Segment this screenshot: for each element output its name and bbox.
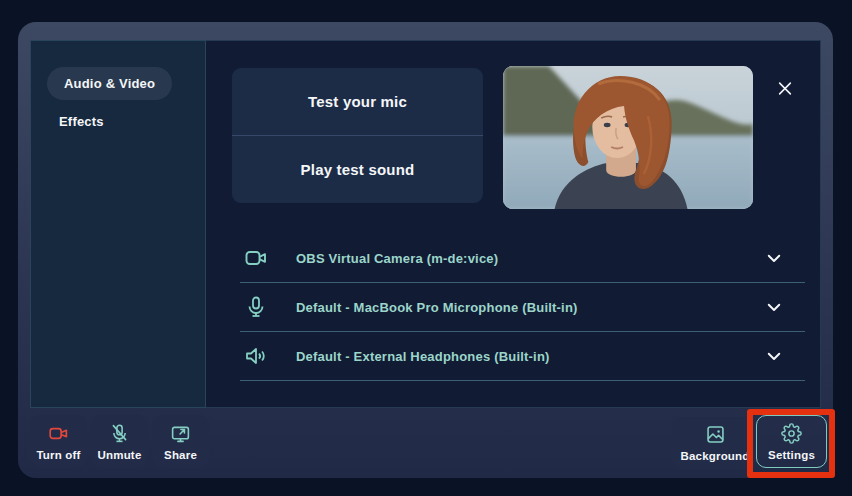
microphone-device-label: Default - MacBook Pro Microphone (Built-…: [296, 300, 765, 315]
microphone-icon: [244, 295, 268, 319]
speaker-icon: [244, 344, 268, 368]
close-x-glyph: [778, 80, 792, 97]
meeting-app-screen: { "settings_panel": { "sidebar": { "item…: [0, 0, 852, 496]
settings-sidebar: Audio & Video Effects: [30, 40, 206, 408]
background-button[interactable]: Background: [672, 417, 758, 469]
background-image-icon: [705, 424, 726, 445]
sidebar-item-effects[interactable]: Effects: [59, 114, 104, 129]
sidebar-item-audio-video[interactable]: Audio & Video: [47, 67, 172, 100]
app-window: Audio & Video Effects Test your mic Play…: [18, 22, 833, 478]
test-mic-button[interactable]: Test your mic: [232, 68, 483, 136]
background-label: Background: [680, 450, 749, 462]
device-list: OBS Virtual Camera (m-de:vice) Default -…: [240, 234, 805, 381]
camera-device-label: OBS Virtual Camera (m-de:vice): [296, 251, 765, 266]
mic-muted-icon: [109, 423, 130, 444]
camera-icon: [244, 246, 268, 270]
settings-button[interactable]: Settings: [756, 415, 827, 468]
gear-icon: [781, 423, 802, 444]
settings-main-panel: Test your mic Play test sound: [206, 40, 821, 408]
speaker-device-label: Default - External Headphones (Built-in): [296, 349, 765, 364]
settings-label: Settings: [768, 449, 815, 461]
speaker-device-select[interactable]: Default - External Headphones (Built-in): [240, 332, 805, 381]
chevron-down-icon: [765, 249, 783, 267]
unmute-label: Unmute: [97, 449, 141, 461]
share-label: Share: [164, 449, 197, 461]
turn-off-camera-button[interactable]: Turn off: [30, 415, 87, 468]
camera-preview: [503, 66, 753, 209]
share-screen-button[interactable]: Share: [152, 415, 209, 468]
chevron-down-icon: [765, 298, 783, 316]
chevron-down-icon: [765, 347, 783, 365]
microphone-device-select[interactable]: Default - MacBook Pro Microphone (Built-…: [240, 283, 805, 332]
play-test-sound-button[interactable]: Play test sound: [232, 136, 483, 203]
camera-device-select[interactable]: OBS Virtual Camera (m-de:vice): [240, 234, 805, 283]
turn-off-label: Turn off: [36, 449, 80, 461]
audio-test-group: Test your mic Play test sound: [232, 68, 483, 203]
share-screen-icon: [170, 423, 191, 444]
camera-off-icon: [48, 423, 69, 444]
video-preview-image: [503, 66, 753, 209]
unmute-button[interactable]: Unmute: [91, 415, 148, 468]
close-icon[interactable]: [772, 75, 798, 101]
